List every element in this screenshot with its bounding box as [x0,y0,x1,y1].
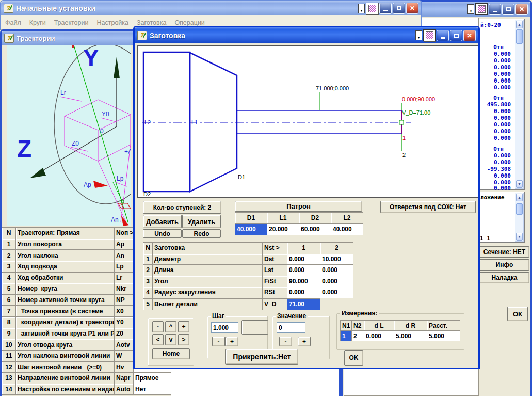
value-group-label: Значение [276,312,308,320]
setup-button[interactable]: Наладка [479,272,529,283]
param-value[interactable]: 0.000 [287,287,320,298]
close-icon[interactable]: ✕ [463,30,476,41]
param-value[interactable]: 0.000 [287,265,320,276]
chuck-outline [143,52,237,192]
menu-item-trajectories[interactable]: Траектории [54,19,89,26]
step-plus-button[interactable]: + [225,337,238,346]
chuck-value[interactable]: 60.000 [299,224,331,235]
row-num: 6 [2,295,16,306]
blank-window-title: Заготовка [150,31,185,40]
param-value[interactable]: 90.000 [287,276,320,288]
pad-minus-button[interactable]: - [152,321,164,332]
titlebar-dropdown-icon[interactable]: ▼ [415,30,422,40]
scrollbar[interactable]: ▲ ▼ [515,20,524,189]
maximize-icon[interactable] [393,3,405,14]
minimize-icon[interactable] [489,4,501,15]
value-minus-button[interactable]: - [279,337,292,346]
close-icon[interactable]: ✕ [406,3,418,14]
axis-label: Y [83,45,99,71]
menu-item-file[interactable]: Файл [5,19,21,26]
pad-left-button[interactable]: < [152,334,164,345]
measure-value[interactable]: 5.000 [394,331,427,341]
measure-value[interactable]: 0.000 [364,331,394,341]
measure-value[interactable]: 2 [352,331,364,341]
chuck-col[interactable]: D1 [235,213,267,223]
close-icon[interactable]: ✕ [515,4,528,15]
param-value[interactable]: 0.000 [320,287,353,298]
pattern-icon[interactable] [475,3,488,15]
grooves-ok-button[interactable]: ОК [507,307,528,321]
end-handle[interactable] [399,120,404,124]
section-button[interactable]: Сечение: НЕТ [479,246,529,258]
blank-drawing-canvas[interactable]: L2 L1 D1 D2 71.000;0.000 0.000;90.000 V_… [137,45,478,198]
minimize-icon[interactable] [379,3,392,14]
col-header[interactable]: 2 [320,243,353,254]
chuck-header-button[interactable]: Патрон [235,201,362,212]
main-titlebar[interactable]: 7 Начальные установки ▼ ✕ [1,1,421,15]
blank-titlebar[interactable]: 7 Заготовка ▼ ✕ [135,27,478,43]
value-plus-button[interactable]: + [298,337,311,346]
minimize-icon[interactable] [437,30,449,41]
home-button[interactable]: Home [152,348,190,359]
pad-up-button[interactable]: ^ [165,321,176,332]
attach-button[interactable]: Прикрепить:Нет [225,349,298,365]
param-value[interactable]: 0.000 [320,265,353,276]
pad-down-button[interactable]: v [165,334,176,345]
scrollbar[interactable]: ▲ ▼ [515,193,524,242]
pattern-icon[interactable] [366,3,378,14]
info-button[interactable]: Инфо [479,259,529,271]
chuck-col[interactable]: D2 [299,213,331,223]
maximize-icon[interactable] [502,4,514,15]
scroll-down-icon[interactable]: ▼ [516,233,523,241]
param-value[interactable]: 10.000 [320,254,353,265]
scroll-down-icon[interactable]: ▼ [516,180,523,188]
param-value[interactable]: Прямое [134,373,171,384]
menu-item-settings[interactable]: Настройка [96,19,128,26]
scroll-up-icon[interactable]: ▲ [516,194,523,201]
titlebar-dropdown-icon[interactable]: ▼ [358,4,365,13]
col-header[interactable]: Nоп > [115,228,134,239]
chuck-value[interactable]: 20.000 [267,224,299,235]
drawing-label: L2 [144,119,151,125]
coolant-holes-button[interactable]: Отверстия под СОЖ: Нет [380,201,476,213]
param-code: W [115,351,134,362]
measure-value[interactable]: 5.000 [427,331,460,341]
value-input[interactable] [277,322,305,333]
blank-button[interactable] [241,320,268,335]
titlebar-dropdown-icon[interactable]: ▼ [467,4,474,14]
menu-item-blank[interactable]: Заготовка [137,19,166,26]
groove-block-label: Отн [493,44,504,51]
steps-count-button[interactable]: Кол-во ступеней: 2 [143,201,221,214]
delete-button[interactable]: Удалить [182,215,221,228]
chuck-value[interactable]: 40.000 [331,224,363,235]
col-header: d L [364,321,394,331]
groove-value: 0.000 [494,64,511,71]
measure-value[interactable]: 1 [341,331,352,341]
maximize-icon[interactable] [450,30,462,41]
param-value[interactable]: 0.000 [287,254,320,265]
param-code: Aotv [115,339,134,351]
blank-ok-button[interactable]: OK [344,350,363,366]
redo-button[interactable]: Redo [182,229,221,238]
pad-right-button[interactable]: > [178,334,189,345]
param-value[interactable]: Нет [134,384,171,395]
chuck-value[interactable]: 40.000 [235,224,267,235]
row-num: 14 [2,384,16,395]
menu-item-circles[interactable]: Круги [29,19,46,26]
col-header[interactable]: 1 [287,243,320,254]
scroll-thumb[interactable] [516,203,523,215]
chuck-col[interactable]: L2 [331,213,363,223]
param-value[interactable]: 71.00 [287,299,320,310]
scroll-up-icon[interactable]: ▲ [516,21,523,28]
pad-plus-button[interactable]: + [178,321,189,332]
add-button[interactable]: Добавить [143,215,182,228]
chuck-col[interactable]: L1 [267,213,299,223]
col-header[interactable]: Nst > [263,243,287,254]
menu-item-operations[interactable]: Операции [174,19,204,26]
pattern-icon[interactable] [423,29,436,41]
undo-button[interactable]: Undo [143,229,182,238]
param-value[interactable]: 0.000 [320,276,353,288]
step-input[interactable] [211,322,238,333]
step-minus-button[interactable]: - [212,337,225,346]
scroll-thumb[interactable] [516,29,523,44]
